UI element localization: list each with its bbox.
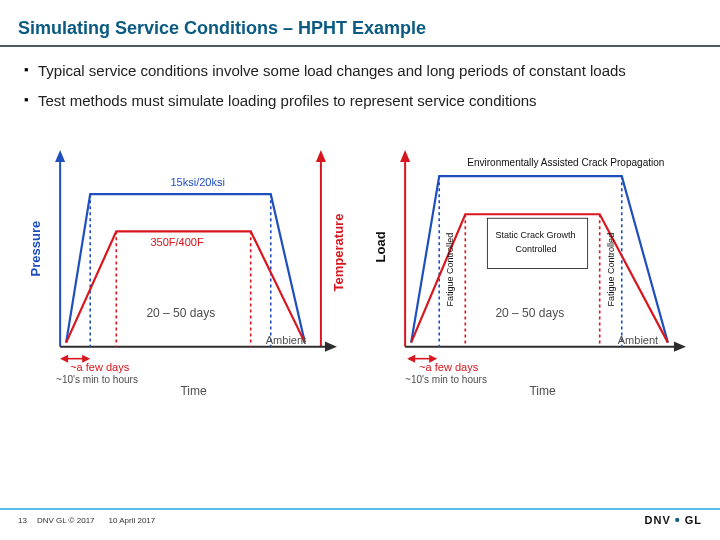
phase-mid: 20 – 50 days [495,305,564,319]
svg-marker-1 [55,150,65,162]
list-item: ▪ Test methods must simulate loading pro… [24,91,696,111]
series-label-temperature: 350F/400F [150,236,204,248]
series-label-pressure: 15ksi/20ksi [170,176,225,188]
copyright: DNV GL © 2017 [37,516,95,525]
slide-title: Simulating Service Conditions – HPHT Exa… [0,0,720,45]
brand-part-a: DNV [645,514,671,526]
svg-marker-5 [325,341,337,351]
svg-marker-16 [674,341,686,351]
x-axis: Time [180,383,207,396]
phase-end: Ambient [618,333,658,345]
annotation-fatigue-right: Fatigue Controlled [606,232,616,306]
phase-start-sub: ~10's min to hours [405,373,487,384]
brand-logo: DNV • GL [645,514,702,526]
chart-pressure-temperature: 15ksi/20ksi 350F/400F 20 – 50 days Ambie… [20,136,351,397]
bullet-list: ▪ Typical service conditions involve som… [0,61,720,132]
list-item: ▪ Typical service conditions involve som… [24,61,696,81]
svg-rect-21 [487,218,587,268]
phase-start: ~a few days [419,360,479,372]
svg-marker-3 [316,150,326,162]
chart-load: Environmentally Assisted Crack Propagati… [369,136,700,397]
annotation-box-l2: Controlled [515,244,556,254]
phase-mid: 20 – 50 days [146,305,215,319]
annotation-fatigue-left: Fatigue Controlled [445,232,455,306]
page-number: 13 [18,516,27,525]
footer-date: 10 April 2017 [109,516,156,525]
title-underline [0,45,720,47]
footer: 13 DNV GL © 2017 10 April 2017 DNV • GL [0,508,720,530]
bullet-icon: ▪ [24,61,38,81]
x-axis: Time [529,383,556,396]
y-axis-left: Pressure [28,220,43,276]
bullet-icon: ▪ [24,91,38,111]
svg-marker-23 [407,354,415,362]
phase-start-sub: ~10's min to hours [56,373,138,384]
annotation-box-l1: Static Crack Growth [495,230,575,240]
y-axis-right: Temperature [331,213,346,291]
annotation-top: Environmentally Assisted Crack Propagati… [467,157,664,168]
y-axis-left: Load [373,231,388,262]
svg-marker-11 [60,354,68,362]
brand-part-b: GL [685,514,702,526]
svg-marker-14 [400,150,410,162]
phase-end: Ambient [266,333,306,345]
charts-container: 15ksi/20ksi 350F/400F 20 – 50 days Ambie… [0,132,720,397]
bullet-text: Typical service conditions involve some … [38,61,696,81]
bullet-text: Test methods must simulate loading profi… [38,91,696,111]
phase-start: ~a few days [70,360,130,372]
